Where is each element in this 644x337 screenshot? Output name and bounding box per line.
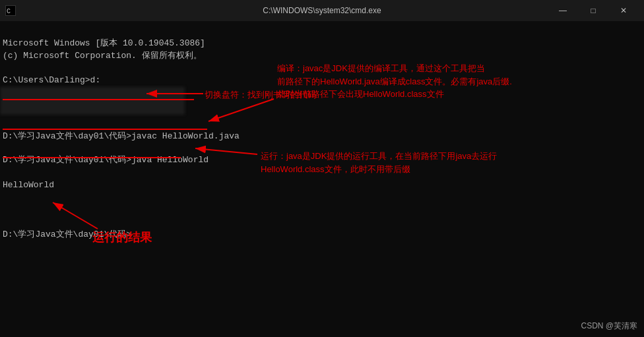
svg-line-5 [195, 148, 257, 154]
arrows-svg [0, 21, 644, 337]
close-button[interactable]: ✕ [608, 0, 639, 21]
svg-line-4 [209, 99, 274, 121]
app-icon: C [5, 5, 16, 16]
svg-text:C: C [7, 8, 11, 15]
minimize-button[interactable]: — [548, 0, 578, 21]
window-controls: — □ ✕ [548, 0, 639, 21]
title-bar: C C:\WINDOWS\system32\cmd.exe — □ ✕ [0, 0, 644, 21]
svg-line-6 [53, 202, 98, 229]
watermark: CSDN @芙清寒 [581, 321, 637, 332]
cmd-window: Microsoft Windows [版本 10.0.19045.3086] (… [0, 21, 644, 337]
maximize-button[interactable]: □ [578, 0, 608, 21]
